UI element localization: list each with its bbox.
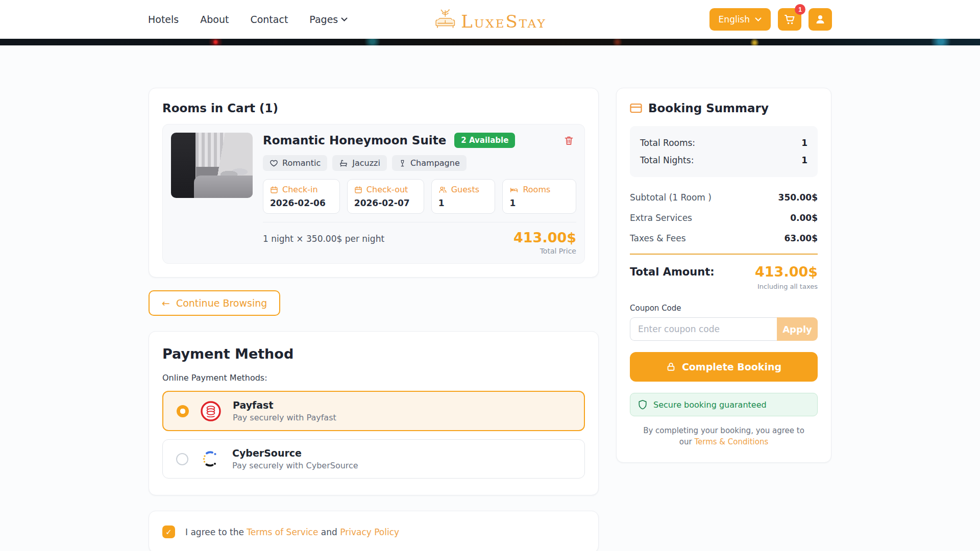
continue-browsing-button[interactable]: ← Continue Browsing: [149, 290, 280, 316]
booking-fields: Check-in 2026-02-06 Check-out 2026-02-07…: [263, 179, 576, 214]
bed-icon: [509, 186, 519, 194]
total-nights-row: Total Nights:1: [640, 152, 807, 169]
room-price-row: 1 night × 350.00$ per night 413.00$ Tota…: [263, 222, 576, 255]
total-amount-value: 413.00$: [755, 264, 818, 280]
cart-button[interactable]: 1: [778, 8, 801, 31]
booking-summary-card: Booking Summary Total Rooms:1 Total Nigh…: [616, 88, 831, 463]
room-total-price-label: Total Price: [513, 247, 576, 255]
brand-name: LUXESTAY: [461, 13, 546, 30]
tag-jacuzzi: Jacuzzi: [332, 155, 387, 171]
summary-divider: [630, 254, 818, 255]
coupon-input[interactable]: [630, 317, 777, 341]
total-rooms-row: Total Rooms:1: [640, 134, 807, 152]
header-actions: English 1: [709, 8, 832, 31]
payfast-logo-icon: [200, 400, 222, 422]
chevron-down-icon: [755, 17, 762, 22]
cart-icon: [783, 13, 796, 26]
payment-method-title: Payment Method: [162, 346, 585, 362]
credit-card-icon: [630, 103, 642, 113]
payment-option-payfast[interactable]: Payfast Pay securely with Payfast: [162, 391, 585, 431]
room-tags: Romantic Jacuzzi Champagne: [263, 155, 576, 171]
chevron-down-icon: [341, 17, 348, 22]
trash-icon: [564, 135, 574, 146]
nav-pages[interactable]: Pages: [309, 14, 348, 25]
room-name: Romantic Honeymoon Suite: [263, 134, 446, 147]
top-navbar: Hotels About Contact Pages LUXESTAY Engl…: [0, 0, 980, 39]
heart-icon: [270, 159, 278, 167]
complete-booking-button[interactable]: Complete Booking: [630, 352, 818, 382]
coupon-code-label: Coupon Code: [630, 304, 818, 313]
arrow-left-icon: ←: [162, 297, 170, 309]
including-taxes-note: Including all taxes: [630, 283, 818, 290]
calendar-icon: [270, 186, 278, 194]
availability-badge: 2 Available: [454, 133, 515, 148]
online-payment-methods-label: Online Payment Methods:: [162, 373, 585, 383]
account-button[interactable]: [808, 8, 832, 31]
hero-image-strip: [0, 39, 980, 45]
price-breakdown: 1 night × 350.00$ per night: [263, 230, 384, 244]
check-out-field[interactable]: Check-out 2026-02-07: [347, 179, 424, 214]
remove-room-button[interactable]: [561, 133, 576, 148]
summary-footer-text: By completing your booking, you agree to…: [630, 425, 818, 448]
privacy-policy-link[interactable]: Privacy Policy: [340, 527, 399, 537]
taxes-fees-row: Taxes & Fees63.00$: [630, 228, 818, 248]
booking-summary-title: Booking Summary: [648, 102, 769, 115]
nav-contact[interactable]: Contact: [250, 14, 288, 25]
rooms-in-cart-card: Rooms in Cart (1) Romantic Honeymoon Sui…: [149, 88, 599, 278]
terms-of-service-link[interactable]: Terms of Service: [247, 527, 318, 537]
extra-services-row: Extra Services0.00$: [630, 208, 818, 228]
brand-logo[interactable]: LUXESTAY: [433, 9, 546, 30]
guests-icon: [438, 186, 447, 194]
nav-hotels[interactable]: Hotels: [148, 14, 179, 25]
cybersource-logo-icon: [200, 448, 221, 470]
bathtub-icon: [339, 159, 348, 167]
total-amount-row: Total Amount: 413.00$: [630, 264, 818, 280]
agree-checkbox[interactable]: ✓: [162, 525, 175, 538]
tag-champagne: Champagne: [392, 155, 467, 171]
subtotal-row: Subtotal (1 Room )350.00$: [630, 187, 818, 208]
champagne-icon: [399, 159, 406, 167]
rooms-in-cart-title: Rooms in Cart (1): [162, 102, 585, 115]
secure-booking-banner: Secure booking guaranteed: [630, 393, 818, 416]
summary-lines: Subtotal (1 Room )350.00$ Extra Services…: [630, 187, 818, 248]
agreement-text: I agree to the Terms of Service and Priv…: [185, 527, 399, 537]
sofa-plant-logo-icon: [433, 9, 457, 30]
room-total-price: 413.00$: [513, 230, 576, 245]
radio-payfast[interactable]: [177, 405, 189, 417]
terms-conditions-link[interactable]: Terms & Conditions: [694, 437, 768, 446]
room-cart-item: Romantic Honeymoon Suite 2 Available Rom…: [162, 124, 585, 264]
room-photo: [171, 133, 253, 198]
nav-about[interactable]: About: [200, 14, 229, 25]
guests-field[interactable]: Guests 1: [431, 179, 496, 214]
shield-icon: [638, 399, 647, 410]
tag-romantic: Romantic: [263, 155, 327, 171]
checkmark-icon: ✓: [165, 528, 172, 537]
totals-box: Total Rooms:1 Total Nights:1: [630, 126, 818, 177]
terms-agreement-card: ✓ I agree to the Terms of Service and Pr…: [149, 511, 599, 551]
lock-icon: [666, 362, 676, 372]
user-icon: [814, 13, 826, 26]
payment-method-card: Payment Method Online Payment Methods: P…: [149, 331, 599, 495]
cart-count-badge: 1: [795, 4, 805, 15]
calendar-icon: [354, 186, 362, 194]
check-in-field[interactable]: Check-in 2026-02-06: [263, 179, 340, 214]
main-nav: Hotels About Contact Pages: [148, 14, 348, 25]
radio-cybersource[interactable]: [176, 453, 188, 465]
apply-coupon-button[interactable]: Apply: [777, 317, 818, 341]
rooms-field[interactable]: Rooms 1: [502, 179, 576, 214]
payment-option-cybersource[interactable]: CyberSource Pay securely with CyberSourc…: [162, 439, 585, 479]
language-selector[interactable]: English: [709, 8, 771, 31]
